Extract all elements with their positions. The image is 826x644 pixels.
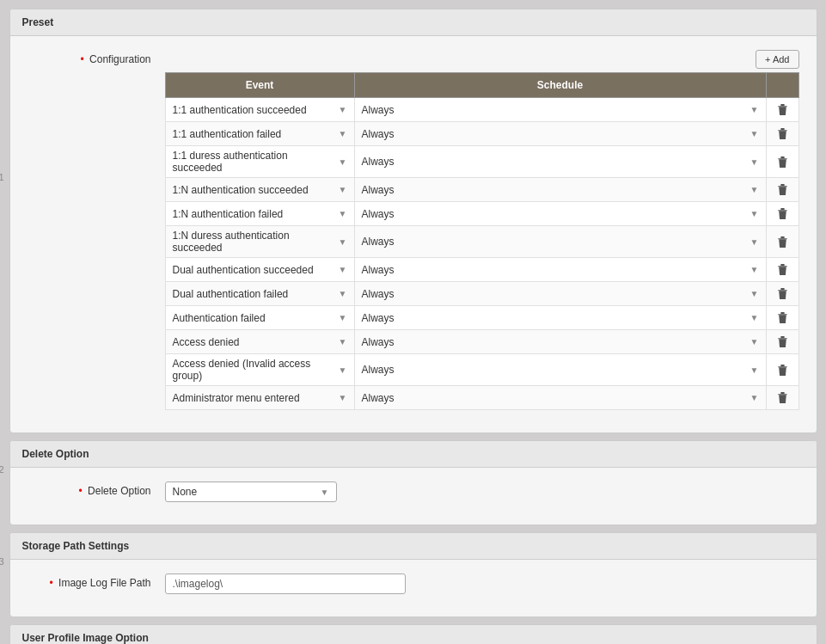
event-cell: Dual authentication failed ▼ — [165, 282, 354, 306]
trash-icon — [777, 156, 788, 169]
event-value: Access denied — [173, 336, 240, 348]
schedule-value: Always — [362, 236, 395, 248]
svg-rect-13 — [780, 264, 784, 266]
delete-row-button[interactable] — [774, 285, 792, 302]
delete-row-button[interactable] — [774, 126, 792, 142]
event-select[interactable]: 1:1 duress authentication succeeded ▼ — [173, 150, 347, 174]
schedule-value: Always — [362, 264, 395, 276]
delete-row-button[interactable] — [774, 261, 792, 278]
event-select[interactable]: 1:N authentication failed ▼ — [173, 208, 347, 220]
event-header: Event — [165, 73, 354, 98]
event-cell: 1:N duress authentication succeeded ▼ — [165, 226, 354, 258]
event-cell: 1:1 duress authentication succeeded ▼ — [165, 146, 354, 178]
user-profile-header: User Profile Image Option — [10, 625, 817, 644]
event-select[interactable]: 1:N duress authentication succeeded ▼ — [173, 230, 347, 254]
trash-icon — [777, 103, 788, 116]
event-value: 1:N authentication succeeded — [173, 184, 309, 196]
delete-row-button[interactable] — [774, 362, 792, 378]
event-cell: 1:1 authentication succeeded ▼ — [165, 98, 354, 122]
section-marker-1: 1 — [0, 172, 4, 182]
event-dropdown-arrow: ▼ — [339, 157, 347, 167]
schedule-value: Always — [362, 128, 395, 140]
storage-path-header: Storage Path Settings — [10, 533, 817, 560]
delete-row-button[interactable] — [774, 389, 792, 406]
schedule-select[interactable]: Always ▼ — [362, 208, 759, 220]
delete-cell — [766, 178, 798, 202]
event-select[interactable]: 1:1 authentication succeeded ▼ — [173, 104, 347, 116]
svg-rect-11 — [780, 236, 784, 238]
event-select[interactable]: 1:N authentication succeeded ▼ — [173, 184, 347, 196]
event-cell: Dual authentication succeeded ▼ — [165, 258, 354, 282]
svg-rect-7 — [780, 184, 784, 186]
event-dropdown-arrow: ▼ — [339, 209, 347, 218]
schedule-select[interactable]: Always ▼ — [362, 184, 759, 196]
event-value: Dual authentication succeeded — [173, 264, 314, 276]
trash-icon — [777, 364, 788, 377]
delete-row-button[interactable] — [774, 101, 792, 118]
event-select[interactable]: Dual authentication succeeded ▼ — [173, 264, 347, 276]
required-star-2: • — [79, 485, 83, 497]
schedule-cell: Always ▼ — [354, 306, 766, 330]
schedule-cell: Always ▼ — [354, 330, 766, 354]
event-dropdown-arrow: ▼ — [339, 289, 347, 298]
svg-rect-15 — [780, 288, 784, 290]
schedule-select[interactable]: Always ▼ — [362, 156, 759, 168]
table-row: 1:1 authentication failed ▼ Always ▼ — [165, 122, 798, 146]
event-dropdown-arrow: ▼ — [339, 393, 347, 402]
svg-rect-23 — [780, 392, 784, 394]
schedule-value: Always — [362, 288, 395, 300]
event-select[interactable]: Authentication failed ▼ — [173, 312, 347, 324]
svg-rect-2 — [778, 130, 787, 131]
schedule-select[interactable]: Always ▼ — [362, 236, 759, 248]
config-table: Event Schedule 1:1 authentication succee… — [165, 72, 799, 410]
delete-row-button[interactable] — [774, 205, 792, 222]
table-row: Authentication failed ▼ Always ▼ — [165, 306, 798, 330]
schedule-select[interactable]: Always ▼ — [362, 264, 759, 276]
delete-cell — [766, 226, 798, 258]
schedule-select[interactable]: Always ▼ — [362, 288, 759, 300]
trash-icon — [777, 236, 788, 248]
delete-cell — [766, 282, 798, 306]
event-select[interactable]: Administrator menu entered ▼ — [173, 392, 347, 404]
delete-row-button[interactable] — [774, 234, 792, 250]
schedule-select[interactable]: Always ▼ — [362, 104, 759, 116]
schedule-dropdown-arrow: ▼ — [750, 237, 759, 247]
schedule-dropdown-arrow: ▼ — [750, 313, 759, 322]
schedule-dropdown-arrow: ▼ — [750, 129, 759, 138]
event-dropdown-arrow: ▼ — [339, 129, 347, 138]
delete-row-button[interactable] — [774, 310, 792, 326]
schedule-select[interactable]: Always ▼ — [362, 312, 759, 324]
svg-rect-16 — [778, 314, 787, 315]
svg-rect-17 — [780, 312, 784, 314]
schedule-cell: Always ▼ — [354, 354, 766, 386]
delete-row-button[interactable] — [774, 154, 792, 170]
delete-option-select[interactable]: None ▼ — [165, 481, 337, 502]
table-row: Access denied ▼ Always ▼ — [165, 330, 798, 354]
delete-cell — [766, 330, 798, 354]
add-button[interactable]: + Add — [756, 50, 798, 69]
delete-cell — [766, 122, 798, 146]
svg-rect-14 — [778, 290, 787, 291]
event-select[interactable]: Dual authentication failed ▼ — [173, 288, 347, 300]
event-cell: Access denied (Invalid access group) ▼ — [165, 354, 354, 386]
event-select[interactable]: Access denied ▼ — [173, 336, 347, 348]
schedule-select[interactable]: Always ▼ — [362, 336, 759, 348]
delete-option-dropdown-arrow: ▼ — [321, 488, 329, 497]
event-dropdown-arrow: ▼ — [339, 237, 347, 247]
delete-row-button[interactable] — [774, 334, 792, 350]
schedule-select[interactable]: Always ▼ — [362, 392, 759, 404]
schedule-cell: Always ▼ — [354, 226, 766, 258]
event-select[interactable]: 1:1 authentication failed ▼ — [173, 128, 347, 140]
schedule-value: Always — [362, 392, 395, 404]
event-value: Access denied (Invalid access group) — [173, 358, 335, 382]
schedule-select[interactable]: Always ▼ — [362, 364, 759, 376]
preset-section: Preset • Configuration + Add — [9, 9, 817, 433]
event-dropdown-arrow: ▼ — [339, 313, 347, 322]
schedule-select[interactable]: Always ▼ — [362, 128, 759, 140]
schedule-value: Always — [362, 104, 395, 116]
image-log-path-input[interactable] — [165, 573, 406, 594]
storage-path-section: Storage Path Settings • Image Log File P… — [9, 532, 817, 617]
svg-rect-8 — [778, 210, 787, 211]
delete-row-button[interactable] — [774, 181, 792, 198]
event-select[interactable]: Access denied (Invalid access group) ▼ — [173, 358, 347, 382]
